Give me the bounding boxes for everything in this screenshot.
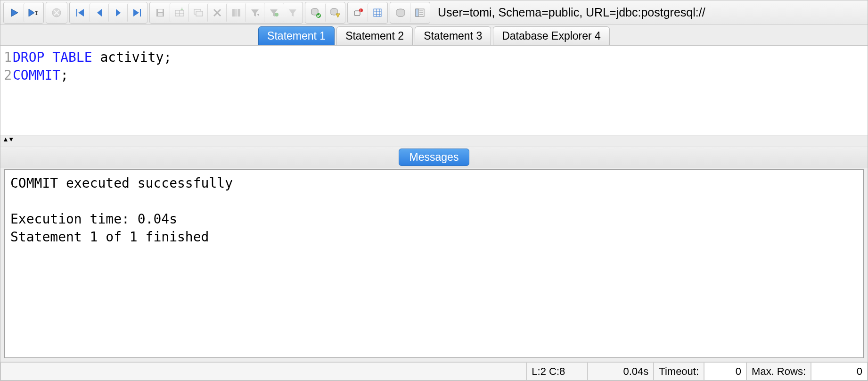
delete-x-icon — [213, 8, 222, 17]
sql-text: activity; — [92, 50, 172, 65]
svg-point-29 — [275, 13, 278, 17]
toolbar-group-nav — [69, 2, 147, 24]
chevron-left-icon — [95, 8, 104, 17]
messages-output[interactable]: COMMIT executed successfully Execution t… — [4, 169, 864, 358]
toolbar-group-misc: ! — [347, 2, 388, 24]
toolbar-group-cancel — [46, 2, 67, 24]
svg-text:!: ! — [360, 9, 361, 12]
svg-marker-30 — [289, 9, 296, 17]
svg-marker-34 — [336, 14, 340, 17]
statusbar-spacer — [0, 362, 526, 381]
svg-text:I: I — [35, 10, 38, 17]
table-copy-icon — [193, 8, 204, 18]
insert-row-button[interactable]: + — [170, 3, 188, 22]
editor-code[interactable]: DROP TABLE activity; COMMIT; — [13, 46, 868, 135]
save-icon — [155, 8, 165, 18]
db-explorer-button[interactable] — [391, 3, 410, 22]
tabs-row: Statement 1 Statement 2 Statement 3 Data… — [0, 25, 868, 46]
transaction-indicator[interactable]: ! — [349, 3, 368, 22]
toolbar-group-commit — [305, 2, 345, 24]
database-icon — [395, 8, 406, 18]
status-exec-time: 0.04s — [588, 362, 654, 381]
svg-rect-24 — [235, 9, 237, 17]
filter-icon — [250, 8, 260, 18]
editor-gutter: 1 2 — [0, 46, 13, 135]
svg-text:+: + — [180, 8, 183, 12]
statusbar: L:2 C:8 0.04s Timeout: 0 Max. Rows: 0 — [0, 362, 868, 381]
skip-start-icon — [75, 8, 85, 17]
prev-record-button[interactable] — [90, 3, 108, 22]
toolbar-group-explorer — [390, 2, 430, 24]
svg-rect-13 — [158, 9, 163, 12]
tab-database-explorer-4[interactable]: Database Explorer 4 — [493, 26, 610, 45]
copy-row-button[interactable] — [188, 3, 207, 22]
commit-button[interactable] — [306, 3, 325, 22]
toolbar-group-edit: + — [149, 2, 303, 24]
svg-marker-7 — [78, 9, 84, 17]
tab-statement-3[interactable]: Statement 3 — [415, 26, 491, 45]
status-timeout-value[interactable]: 0 — [704, 362, 746, 381]
svg-marker-0 — [11, 9, 18, 17]
play-icon — [9, 8, 19, 17]
app-window: I + — [0, 0, 868, 381]
execute-button[interactable] — [5, 3, 24, 22]
rollback-button[interactable] — [325, 3, 344, 22]
database-commit-icon — [310, 7, 321, 18]
svg-marker-8 — [97, 9, 102, 17]
svg-rect-45 — [416, 9, 418, 17]
execute-current-button[interactable]: I — [24, 3, 42, 22]
last-record-button[interactable] — [127, 3, 146, 22]
svg-marker-1 — [29, 9, 34, 17]
splitter-handle[interactable]: ▲▼ — [0, 135, 868, 143]
grid-icon — [372, 8, 383, 18]
save-changes-button[interactable] — [151, 3, 170, 22]
status-cursor-position: L:2 C:8 — [526, 362, 588, 381]
svg-rect-20 — [196, 11, 203, 16]
svg-rect-14 — [158, 13, 163, 16]
sql-keyword: COMMIT — [13, 67, 60, 83]
database-rollback-icon — [329, 7, 341, 18]
toolbar: I + — [0, 0, 868, 25]
filter-green-icon — [269, 8, 279, 18]
list-panel-icon — [415, 8, 425, 18]
filter-button[interactable] — [245, 3, 264, 22]
show-result-grid-button[interactable] — [368, 3, 386, 22]
select-columns-button[interactable] — [226, 3, 245, 22]
first-record-button[interactable] — [71, 3, 90, 22]
status-maxrows-value[interactable]: 0 — [811, 362, 868, 381]
filter-reset-button[interactable] — [264, 3, 283, 22]
svg-rect-23 — [232, 9, 235, 17]
delete-row-button[interactable] — [207, 3, 226, 22]
tab-messages[interactable]: Messages — [399, 149, 470, 166]
messages-panel: COMMIT executed successfully Execution t… — [0, 167, 868, 362]
cancel-button[interactable] — [47, 3, 66, 22]
filter-clear-icon — [287, 8, 298, 18]
filter-clear-button[interactable] — [283, 3, 302, 22]
sql-keyword: DROP TABLE — [13, 50, 92, 65]
results-tabs-row: Messages — [0, 147, 868, 167]
sql-text: ; — [60, 67, 68, 83]
svg-marker-27 — [257, 14, 259, 16]
tab-statement-1[interactable]: Statement 1 — [258, 26, 335, 45]
svg-marker-10 — [133, 9, 139, 17]
tab-statement-2[interactable]: Statement 2 — [336, 26, 413, 45]
svg-rect-11 — [140, 9, 141, 17]
svg-marker-9 — [116, 9, 121, 17]
chevron-right-icon — [114, 8, 123, 17]
svg-marker-26 — [251, 9, 259, 17]
skip-end-icon — [132, 8, 142, 17]
sql-editor[interactable]: 1 2 DROP TABLE activity; COMMIT; — [0, 46, 868, 135]
gutter-line: 1 — [0, 49, 13, 66]
splitter-icon: ▲▼ — [2, 135, 14, 143]
toolbar-group-execute: I — [3, 2, 44, 24]
columns-icon — [231, 8, 241, 18]
status-maxrows-label: Max. Rows: — [746, 362, 811, 381]
next-record-button[interactable] — [108, 3, 127, 22]
table-insert-icon: + — [174, 8, 185, 18]
svg-rect-25 — [238, 9, 240, 17]
svg-rect-6 — [76, 9, 77, 17]
object-list-button[interactable] — [410, 3, 429, 22]
status-timeout-label: Timeout: — [654, 362, 704, 381]
play-to-cursor-icon: I — [28, 8, 39, 17]
svg-rect-38 — [374, 9, 381, 17]
